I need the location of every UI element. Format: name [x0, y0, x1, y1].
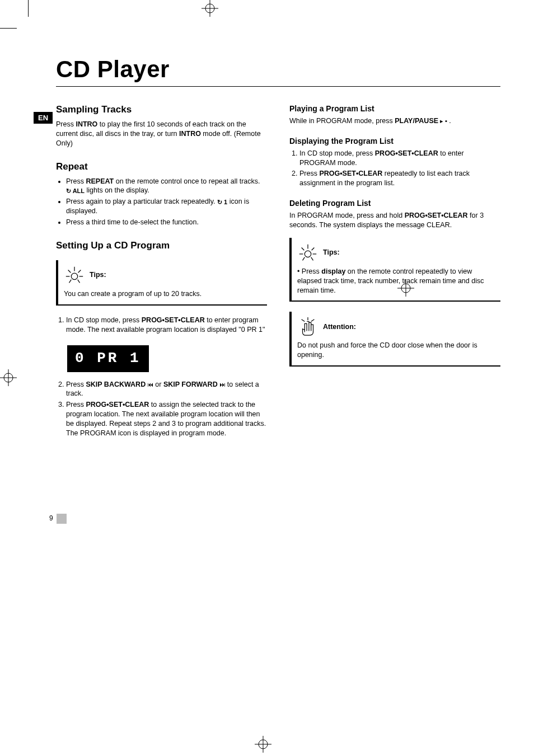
attention-body: Do not push and force the CD door close …	[297, 341, 495, 360]
displaying-steps: In CD stop mode, press PROG•SET•CLEAR to…	[289, 149, 500, 189]
title-rule	[56, 86, 500, 87]
heading-setup-program: Setting Up a CD Program	[56, 240, 267, 252]
repeat-one-icon: ↻ 1	[217, 198, 227, 206]
svg-line-14	[68, 270, 71, 273]
page-number-box-icon	[57, 514, 67, 524]
list-item: In CD stop mode, press PROG•SET•CLEAR to…	[66, 316, 267, 335]
prog-set-clear-key: PROG•SET•CLEAR	[375, 149, 438, 157]
svg-point-12	[71, 273, 77, 279]
svg-line-15	[78, 270, 81, 273]
skip-backward-key: SKIP BACKWARD	[86, 381, 146, 388]
svg-line-23	[312, 247, 315, 250]
repeat-all-icon: ↻ ALL	[66, 187, 85, 195]
skip-forward-key: SKIP FORWARD	[163, 381, 218, 388]
svg-line-19	[78, 279, 80, 283]
sun-tip-icon	[297, 242, 318, 264]
prog-set-clear-key: PROG•SET•CLEAR	[142, 316, 205, 324]
svg-line-27	[311, 257, 313, 260]
setup-steps-cont: Press SKIP BACKWARD ⏮ or SKIP FORWARD ⏭ …	[56, 380, 267, 438]
list-item: Press REPEAT on the remote control once …	[66, 177, 267, 196]
play-pause-icon: ▸ ▪	[438, 118, 449, 124]
list-item: In CD stop mode, press PROG•SET•CLEAR to…	[299, 149, 500, 168]
language-badge: EN	[34, 112, 53, 124]
prog-set-clear-key: PROG•SET•CLEAR	[319, 170, 382, 177]
page-number: 9	[49, 514, 67, 524]
svg-line-30	[311, 320, 315, 322]
list-item: Press again to play a particular track r…	[66, 197, 267, 216]
intro-key: INTRO	[179, 130, 201, 138]
left-column: Sampling Tracks Press INTRO to play the …	[56, 104, 267, 444]
deleting-paragraph: In PROGRAM mode, press and hold PROG•SET…	[289, 211, 500, 230]
list-item: Press SKIP BACKWARD ⏮ or SKIP FORWARD ⏭ …	[66, 380, 267, 399]
svg-point-20	[305, 251, 311, 257]
svg-line-26	[303, 257, 305, 260]
skip-backward-icon: ⏮	[146, 381, 155, 388]
setup-steps: In CD stop mode, press PROG•SET•CLEAR to…	[56, 316, 267, 335]
list-item: Press a third time to de-select the func…	[66, 218, 267, 227]
tips-body: • Press display on the remote control re…	[297, 267, 495, 295]
prog-set-clear-key: PROG•SET•CLEAR	[86, 401, 149, 408]
sampling-paragraph: Press INTRO to play the first 10 seconds…	[56, 120, 267, 148]
playing-paragraph: While in PROGRAM mode, press PLAY/PAUSE …	[289, 116, 500, 126]
lcd-display: 0 PR 1	[67, 345, 149, 372]
tips-callout: Tips: • Press display on the remote cont…	[289, 238, 500, 302]
tips-label: Tips:	[90, 270, 106, 280]
heading-deleting-program: Deleting Program List	[289, 198, 500, 209]
tips-body: You can create a program of up to 20 tra…	[64, 289, 261, 299]
heading-playing-program: Playing a Program List	[289, 104, 500, 114]
tips-callout: Tips: You can create a program of up to …	[56, 260, 267, 306]
play-pause-key: PLAY/PAUSE	[395, 117, 438, 125]
tips-label: Tips:	[323, 248, 340, 257]
heading-repeat: Repeat	[56, 161, 267, 173]
attention-label: Attention:	[323, 322, 356, 332]
heading-sampling-tracks: Sampling Tracks	[56, 104, 267, 116]
svg-line-22	[302, 247, 305, 250]
svg-line-18	[69, 279, 72, 283]
attention-hand-icon	[297, 316, 318, 337]
intro-key: INTRO	[76, 120, 97, 128]
prog-set-clear-key: PROG•SET•CLEAR	[405, 212, 468, 219]
repeat-key: REPEAT	[86, 177, 114, 185]
sun-tip-icon	[64, 265, 85, 286]
repeat-list: Press REPEAT on the remote control once …	[56, 177, 267, 227]
display-key: display	[321, 267, 345, 275]
skip-forward-icon: ⏭	[218, 381, 227, 388]
heading-displaying-program: Displaying the Program List	[289, 136, 500, 147]
list-item: Press PROG•SET•CLEAR to assign the selec…	[66, 400, 267, 438]
list-item: Press PROG•SET•CLEAR repeatedly to list …	[299, 169, 500, 188]
page-title: CD Player	[56, 56, 500, 83]
svg-line-28	[302, 320, 305, 322]
attention-callout: Attention: Do not push and force the CD …	[289, 312, 500, 367]
right-column: Playing a Program List While in PROGRAM …	[289, 104, 500, 444]
